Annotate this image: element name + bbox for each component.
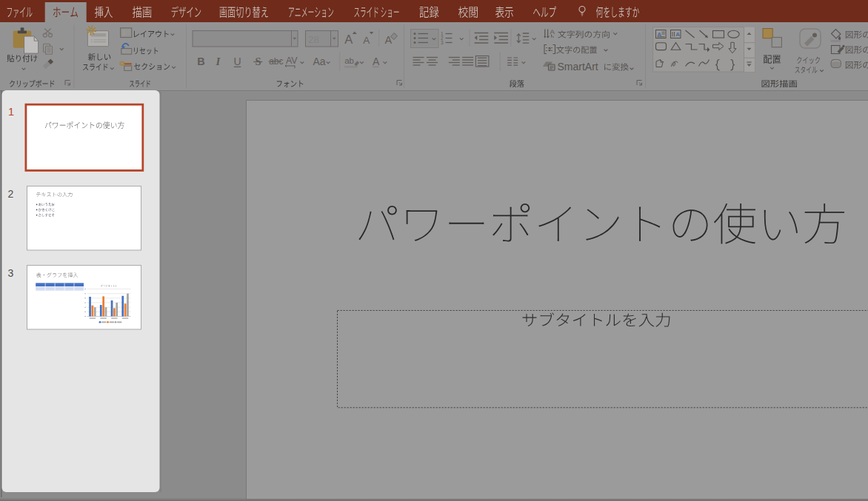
svg-text:Aa: Aa xyxy=(313,56,325,67)
svg-text:28: 28 xyxy=(308,34,319,45)
svg-text:A: A xyxy=(675,31,680,38)
svg-text:I: I xyxy=(216,56,221,67)
svg-text:AV: AV xyxy=(286,56,298,66)
svg-text:B: B xyxy=(197,56,204,67)
svg-text:A: A xyxy=(373,56,380,67)
svg-text:U: U xyxy=(233,56,241,67)
svg-text:ab: ab xyxy=(344,56,354,65)
svg-text:3: 3 xyxy=(8,267,14,279)
svg-text:3: 3 xyxy=(441,40,444,45)
svg-text:2: 2 xyxy=(8,188,14,200)
svg-text:A: A xyxy=(385,34,393,46)
svg-text:A: A xyxy=(363,35,370,46)
svg-text:SmartArt: SmartArt xyxy=(558,61,598,73)
svg-text:1: 1 xyxy=(8,106,14,118)
svg-text:A: A xyxy=(550,27,555,36)
svg-text:A: A xyxy=(344,33,353,46)
